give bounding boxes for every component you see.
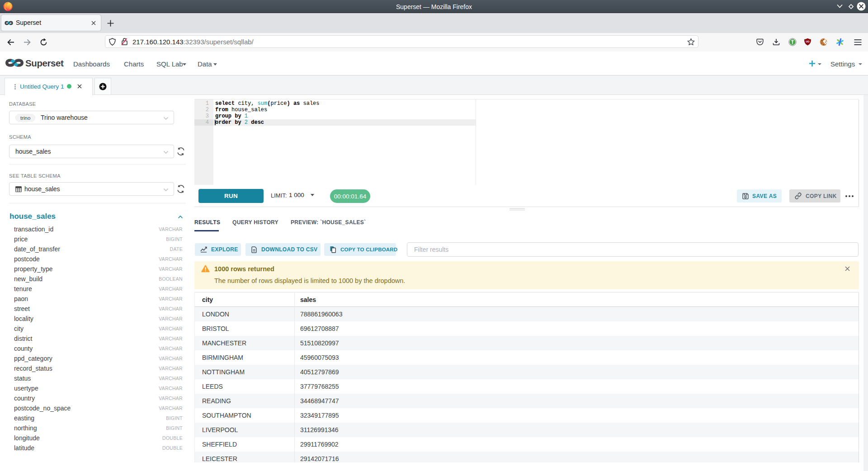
svg-text:UO: UO [806, 40, 810, 43]
